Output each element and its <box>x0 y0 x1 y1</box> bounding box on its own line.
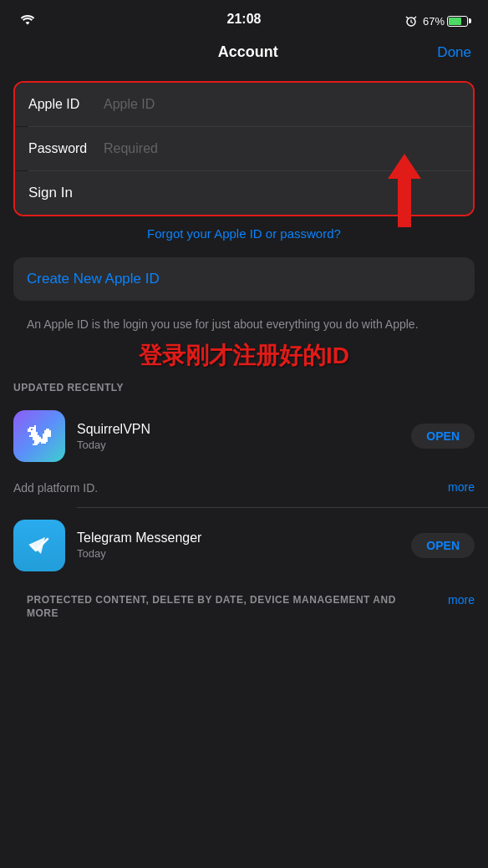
header: Account Done <box>0 37 488 74</box>
apple-id-row: Apple ID <box>15 83 473 126</box>
page-title: Account <box>58 43 437 61</box>
telegram-more-link[interactable]: more <box>448 593 475 607</box>
signal-wifi-area <box>20 14 35 28</box>
status-bar: 21:08 67% <box>0 0 488 37</box>
apple-id-label: Apple ID <box>28 97 104 112</box>
telegram-icon <box>13 520 65 571</box>
create-new-apple-id-link[interactable]: Create New Apple ID <box>27 271 160 287</box>
squirrelvpn-more-link[interactable]: more <box>448 480 475 494</box>
squirrelvpn-desc: Add platform ID. <box>13 480 441 497</box>
protected-content-area: PROTECTED CONTENT, DELETE BY DATE, DEVIC… <box>0 583 488 628</box>
squirrelvpn-name: SquirrelVPN <box>77 422 399 437</box>
battery-indicator: 67% <box>423 15 468 28</box>
create-new-apple-id-section: Create New Apple ID <box>13 257 475 301</box>
description-text: An Apple ID is the login you use for jus… <box>27 316 461 337</box>
password-input[interactable] <box>104 141 460 156</box>
squirrelvpn-info: SquirrelVPN Today <box>77 422 399 451</box>
telegram-name: Telegram Messenger <box>77 530 399 546</box>
password-row: Password <box>15 127 473 170</box>
protected-content-label: PROTECTED CONTENT, DELETE BY DATE, DEVIC… <box>27 593 428 622</box>
telegram-info: Telegram Messenger Today <box>77 530 399 560</box>
password-label: Password <box>28 141 104 156</box>
status-right-area: 67% <box>404 14 468 28</box>
squirrelvpn-more-row: Add platform ID. more <box>0 474 488 507</box>
sign-in-text: Sign In <box>28 185 73 201</box>
status-time: 21:08 <box>227 12 262 27</box>
squirrelvpn-app-item: 🐿 SquirrelVPN Today OPEN <box>0 398 488 474</box>
chinese-overlay-text: 登录刚才注册好的ID <box>13 340 475 372</box>
apple-id-input[interactable] <box>104 97 460 112</box>
wifi-icon <box>20 14 35 26</box>
telegram-date: Today <box>77 547 399 560</box>
forgot-link-area: Forgot your Apple ID or password? <box>0 216 488 251</box>
battery-percent-text: 67% <box>423 15 445 28</box>
sign-in-row[interactable]: Sign In <box>15 171 473 215</box>
updated-recently-label: UPDATED RECENTLY <box>13 382 475 393</box>
description-area: An Apple ID is the login you use for jus… <box>0 307 488 340</box>
login-form: Apple ID Password Sign In <box>13 81 475 216</box>
done-button[interactable]: Done <box>437 44 471 61</box>
squirrelvpn-open-button[interactable]: OPEN <box>411 424 475 449</box>
telegram-app-item: Telegram Messenger Today OPEN <box>0 508 488 583</box>
alarm-icon <box>404 14 418 28</box>
squirrelvpn-icon: 🐿 <box>13 410 65 462</box>
telegram-open-button[interactable]: OPEN <box>411 533 475 558</box>
squirrelvpn-date: Today <box>77 439 399 451</box>
chinese-instruction: 登录刚才注册好的ID <box>139 343 349 368</box>
battery-icon <box>447 16 468 27</box>
forgot-password-link[interactable]: Forgot your Apple ID or password? <box>0 216 488 251</box>
